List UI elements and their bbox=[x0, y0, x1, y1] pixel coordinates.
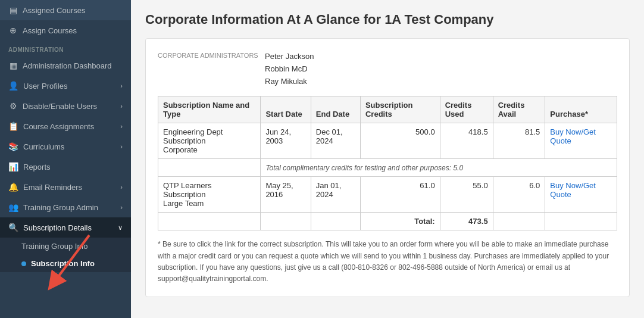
start-date-2: May 25, 2016 bbox=[261, 177, 311, 213]
total-label: Total: bbox=[360, 213, 440, 230]
col-header-used: Credits Used bbox=[440, 96, 493, 123]
sidebar-sub-item-training-group-info[interactable]: Training Group Info bbox=[0, 238, 131, 255]
sidebar-item-course-assignments[interactable]: 📋 Course Assignments › bbox=[0, 116, 131, 136]
book-icon: 📚 bbox=[8, 142, 18, 151]
grid-icon: ▤ bbox=[8, 5, 18, 15]
chevron-right-icon: › bbox=[120, 143, 123, 150]
sidebar-item-reports[interactable]: 📊 Reports bbox=[0, 157, 131, 177]
user-icon: 👤 bbox=[8, 81, 18, 91]
sidebar-label: Training Group Admin bbox=[23, 203, 98, 212]
chevron-right-icon: › bbox=[120, 102, 123, 110]
clipboard-icon: 📋 bbox=[8, 121, 18, 131]
col-header-start: Start Date bbox=[261, 96, 311, 123]
buy-link-1[interactable]: Buy Now/Get Quote bbox=[550, 127, 596, 145]
avail-1: 81.5 bbox=[493, 123, 545, 159]
col-header-credits: Subscription Credits bbox=[360, 96, 440, 123]
active-dot bbox=[21, 261, 26, 266]
total-empty-4 bbox=[493, 213, 545, 230]
admin-name-3: Ray Mikulak bbox=[265, 76, 314, 88]
sidebar: ▤ Assigned Courses ⊕ Assign Courses ADMI… bbox=[0, 0, 131, 318]
table-row: QTP Learners Subscription Large Team May… bbox=[158, 177, 617, 213]
sidebar-label: Reports bbox=[23, 163, 51, 172]
credits-1: 500.0 bbox=[360, 123, 440, 159]
plus-circle-icon: ⊕ bbox=[8, 26, 18, 35]
buy-2[interactable]: Buy Now/Get Quote bbox=[545, 177, 617, 213]
total-empty-1 bbox=[158, 213, 261, 230]
note-empty bbox=[158, 159, 261, 177]
sub-name-1: Engineering Dept Subscription Corporate bbox=[158, 123, 261, 159]
total-row: Total: 473.5 bbox=[158, 213, 617, 230]
chevron-right-icon: › bbox=[120, 123, 123, 130]
col-header-purchase: Purchase* bbox=[545, 96, 617, 123]
info-card: CORPORATE ADMINISTRATORS Peter Jackson R… bbox=[145, 38, 630, 297]
avail-2: 6.0 bbox=[493, 177, 545, 213]
chart-icon: 📊 bbox=[8, 162, 18, 172]
sidebar-item-admin-dashboard[interactable]: ▦ Administration Dashboard bbox=[0, 55, 131, 76]
group-icon: 👥 bbox=[8, 202, 18, 212]
chevron-right-icon: › bbox=[120, 204, 123, 211]
page-title: Corporate Information At A Glance for 1A… bbox=[145, 12, 630, 27]
col-header-name: Subscription Name and Type bbox=[158, 96, 261, 123]
total-value: 473.5 bbox=[440, 213, 493, 230]
end-date-1: Dec 01, 2024 bbox=[311, 123, 360, 159]
sidebar-item-assign-courses[interactable]: ⊕ Assign Courses bbox=[0, 20, 131, 40]
sidebar-label: Assigned Courses bbox=[23, 6, 86, 15]
buy-1[interactable]: Buy Now/Get Quote bbox=[545, 123, 617, 159]
sidebar-item-subscription-details[interactable]: 🔍 Subscription Details ∨ bbox=[0, 217, 131, 238]
credits-2: 61.0 bbox=[360, 177, 440, 213]
sidebar-label: Subscription Details bbox=[23, 223, 92, 232]
subscription-table: Subscription Name and Type Start Date En… bbox=[158, 96, 617, 230]
start-date-1: Jun 24, 2003 bbox=[261, 123, 311, 159]
sidebar-label: User Profiles bbox=[23, 82, 67, 91]
col-header-end: End Date bbox=[311, 96, 360, 123]
dashboard-icon: ▦ bbox=[8, 61, 18, 70]
table-row: Engineering Dept Subscription Corporate … bbox=[158, 123, 617, 159]
col-header-avail: Credits Avail bbox=[493, 96, 545, 123]
table-row-note-1: Total complimentary credits for testing … bbox=[158, 159, 617, 177]
sidebar-sub-label: Subscription Info bbox=[31, 259, 95, 268]
corp-admins-names: Peter Jackson Robbin McD Ray Mikulak bbox=[265, 51, 314, 88]
admin-name-2: Robbin McD bbox=[265, 63, 314, 76]
used-2: 55.0 bbox=[440, 177, 493, 213]
sidebar-item-training-group-admin[interactable]: 👥 Training Group Admin › bbox=[0, 197, 131, 217]
sidebar-label: Curriculums bbox=[23, 142, 64, 151]
sidebar-label: Email Reminders bbox=[23, 183, 82, 192]
sidebar-item-curriculums[interactable]: 📚 Curriculums › bbox=[0, 136, 131, 157]
end-date-2: Jan 01, 2024 bbox=[311, 177, 360, 213]
sidebar-label: Assign Courses bbox=[23, 26, 77, 35]
chevron-down-icon: ∨ bbox=[118, 224, 123, 232]
buy-link-2[interactable]: Buy Now/Get Quote bbox=[550, 181, 596, 199]
admin-name-1: Peter Jackson bbox=[265, 51, 314, 63]
corp-admins-label: CORPORATE ADMINISTRATORS bbox=[158, 51, 265, 88]
search-icon: 🔍 bbox=[8, 223, 18, 232]
note-text-1: Total complimentary credits for testing … bbox=[261, 159, 617, 177]
footnote: * Be sure to click the link for the corr… bbox=[158, 239, 617, 285]
sidebar-label: Disable/Enable Users bbox=[23, 102, 97, 111]
sidebar-item-user-profiles[interactable]: 👤 User Profiles › bbox=[0, 76, 131, 96]
sidebar-sub-label: Training Group Info bbox=[21, 242, 88, 251]
admin-section-label: ADMINISTRATION bbox=[0, 40, 131, 55]
corp-admins-row: CORPORATE ADMINISTRATORS Peter Jackson R… bbox=[158, 51, 617, 88]
sidebar-label: Administration Dashboard bbox=[23, 61, 112, 70]
total-empty-5 bbox=[545, 213, 617, 230]
chevron-right-icon: › bbox=[120, 82, 123, 89]
sub-name-2: QTP Learners Subscription Large Team bbox=[158, 177, 261, 213]
chevron-right-icon: › bbox=[120, 183, 123, 191]
sidebar-item-disable-enable[interactable]: ⚙ Disable/Enable Users › bbox=[0, 96, 131, 116]
sidebar-item-assigned-courses[interactable]: ▤ Assigned Courses bbox=[0, 0, 131, 20]
main-content: Corporate Information At A Glance for 1A… bbox=[131, 0, 644, 318]
bell-icon: 🔔 bbox=[8, 182, 18, 192]
sidebar-sub-item-subscription-info[interactable]: Subscription Info bbox=[0, 255, 131, 272]
sidebar-label: Course Assignments bbox=[23, 122, 94, 131]
toggle-icon: ⚙ bbox=[8, 101, 18, 111]
sidebar-item-email-reminders[interactable]: 🔔 Email Reminders › bbox=[0, 177, 131, 197]
total-empty-2 bbox=[261, 213, 311, 230]
total-empty-3 bbox=[311, 213, 360, 230]
used-1: 418.5 bbox=[440, 123, 493, 159]
